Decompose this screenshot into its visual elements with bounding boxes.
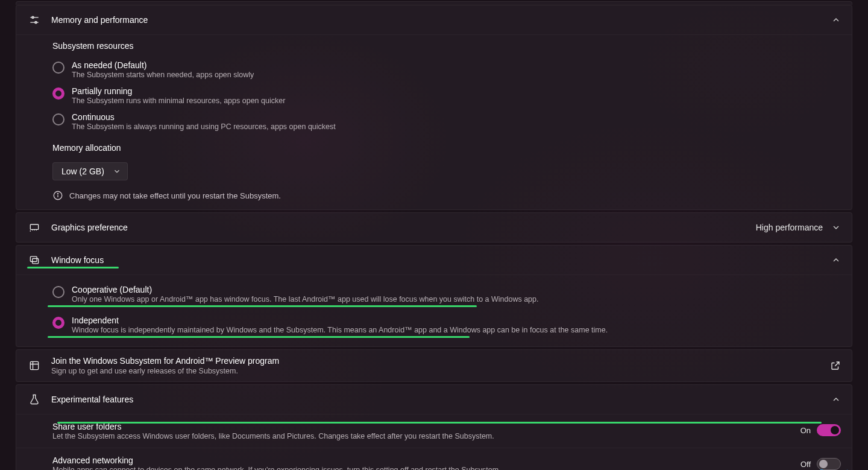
restart-note: Changes may not take effect until you re… [69,191,281,200]
share-toggle[interactable] [817,424,841,436]
radio-label: Independent [72,316,608,325]
networking-label: Advanced networking [52,456,788,465]
advanced-networking-row: Advanced networking Mobile apps can conn… [16,448,852,470]
preview-desc: Sign up to get and use early releases of… [51,367,830,375]
radio-desc: The Subsystem is always running and usin… [72,122,336,131]
memory-performance-header[interactable]: Memory and performance [16,5,852,34]
radio-desc: The Subsystem runs with minimal resource… [72,97,285,105]
dropdown-value: Low (2 GB) [61,167,104,176]
radio-desc: Window focus is independently maintained… [72,326,608,334]
svg-rect-7 [30,224,38,229]
info-icon [52,190,63,201]
sliders-icon [27,13,42,27]
radio-desc: The Subsystem starts when needed, apps o… [72,71,254,79]
highlight-underline [57,422,822,424]
radio-as-needed[interactable]: As needed (Default) The Subsystem starts… [52,57,841,83]
subsystem-resources-label: Subsystem resources [52,41,841,51]
experimental-header[interactable]: Experimental features [16,385,852,414]
share-user-folders-row: Share user folders Let the Subsystem acc… [16,414,852,448]
radio-icon [52,317,64,329]
radio-partially-running[interactable]: Partially running The Subsystem runs wit… [52,83,841,109]
radio-icon [52,87,64,100]
radio-continuous[interactable]: Continuous The Subsystem is always runni… [52,109,841,135]
window-icon [27,253,42,267]
memory-allocation-dropdown[interactable]: Low (2 GB) [52,162,128,180]
svg-rect-12 [30,256,37,261]
radio-icon [52,62,64,74]
radio-cooperative[interactable]: Cooperative (Default) Only one Windows a… [52,281,841,307]
radio-icon [52,113,64,125]
gpu-icon [27,220,42,235]
beaker-icon [27,392,42,407]
chevron-up-icon [831,395,841,404]
chevron-up-icon [831,15,841,25]
preview-title: Join the Windows Subsystem for Android™ … [51,356,830,366]
radio-label: Partially running [72,86,285,96]
memory-performance-title: Memory and performance [51,15,831,25]
chevron-down-icon [831,223,841,232]
memory-performance-card: Memory and performance Subsystem resourc… [16,5,852,210]
window-focus-title: Window focus [51,255,831,265]
window-focus-header[interactable]: Window focus [16,246,852,275]
radio-label: Cooperative (Default) [72,285,539,294]
graphics-value: High performance [756,223,823,232]
preview-program-card[interactable]: Join the Windows Subsystem for Android™ … [16,349,852,382]
networking-toggle[interactable] [817,458,841,470]
experimental-features-card: Experimental features Share user folders… [16,384,852,470]
open-external-icon [830,360,841,371]
radio-label: Continuous [72,112,336,122]
preview-icon [27,358,42,373]
memory-performance-body: Subsystem resources As needed (Default) … [16,34,852,209]
share-desc: Let the Subsystem access Windows user fo… [52,432,788,440]
radio-desc: Only one Windows app or Android™ app has… [72,295,539,303]
radio-icon [52,286,64,298]
svg-rect-14 [30,361,38,369]
svg-point-6 [57,193,58,194]
chevron-down-icon [113,167,121,176]
graphics-preference-card[interactable]: Graphics preference High performance [16,212,852,243]
networking-toggle-state: Off [800,460,811,469]
radio-independent[interactable]: Independent Window focus is independentl… [52,312,841,338]
memory-allocation-label: Memory allocation [52,143,841,153]
chevron-up-icon [831,255,841,265]
radio-label: As needed (Default) [72,60,254,70]
networking-desc: Mobile apps can connect to devices on th… [52,466,788,470]
share-toggle-state: On [800,426,811,435]
restart-note-row: Changes may not take effect until you re… [52,190,841,201]
svg-rect-13 [33,259,39,264]
window-focus-card: Window focus Cooperative (Default) Only … [16,245,852,347]
graphics-title: Graphics preference [51,223,756,232]
experimental-title: Experimental features [51,395,831,404]
